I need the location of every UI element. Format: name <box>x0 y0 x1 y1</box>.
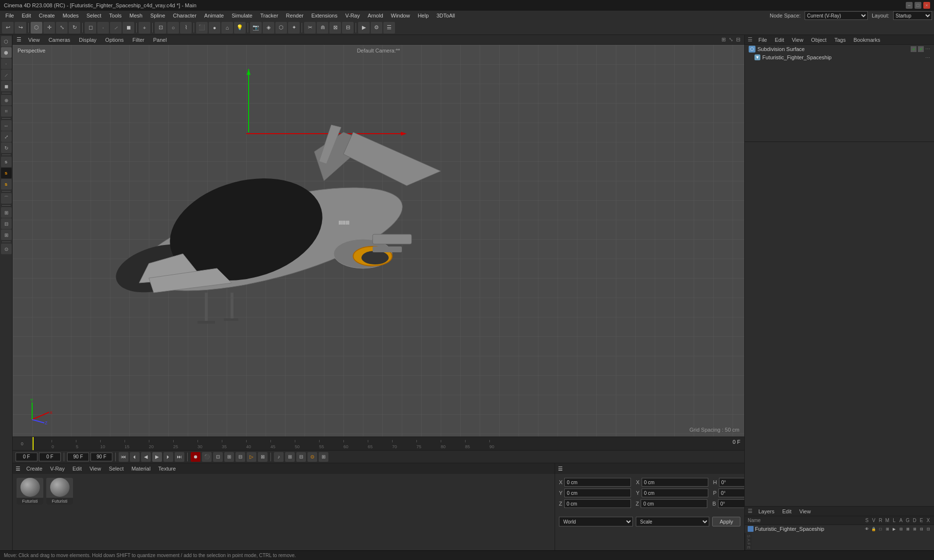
cameras-menu[interactable]: Cameras <box>47 36 72 43</box>
material-2[interactable]: Futuristi <box>46 478 73 505</box>
layer-eye[interactable]: 👁 <box>864 526 870 532</box>
layer-icon8[interactable]: ⊡ <box>925 526 931 532</box>
om-edit[interactable]: Edit <box>773 36 786 43</box>
rotate-tool[interactable]: ↻ <box>69 22 80 34</box>
effector-tool[interactable]: ✦ <box>288 22 300 34</box>
layer-icon3[interactable]: ▶ <box>891 526 897 532</box>
menu-modes[interactable]: Modes <box>59 12 82 19</box>
go-to-start[interactable]: ⏮ <box>119 452 128 462</box>
playback-mode[interactable]: ▷ <box>247 452 256 462</box>
viewport-icon-1[interactable]: ⊞ <box>721 36 726 43</box>
sphere-tool[interactable]: ● <box>209 22 220 34</box>
layers-view[interactable]: View <box>797 508 813 515</box>
om-bookmarks[interactable]: Bookmarks <box>851 36 882 43</box>
subdivide-check1[interactable]: ✓ <box>911 46 916 52</box>
object-tool[interactable]: ⬢ <box>1 47 12 58</box>
edge-mode[interactable]: ⟋ <box>110 22 122 34</box>
cb-view[interactable]: View <box>88 465 103 472</box>
end-frame-input2[interactable] <box>90 453 112 461</box>
poly-mode[interactable]: ◼ <box>123 22 134 34</box>
realtime-btn[interactable]: ⊟ <box>296 452 306 462</box>
subdivide-check2[interactable]: ✓ <box>918 46 924 52</box>
point-mode[interactable]: · <box>97 22 109 34</box>
minimize-button[interactable]: – <box>906 2 913 9</box>
ik-fk-btn[interactable]: ⊟ <box>235 452 245 462</box>
menu-select[interactable]: Select <box>83 12 105 19</box>
options-menu[interactable]: Options <box>103 36 126 43</box>
step-back[interactable]: ⏴ <box>130 452 140 462</box>
time-mode[interactable]: ⊠ <box>258 452 268 462</box>
view-menu[interactable]: View <box>26 36 42 43</box>
menu-tools[interactable]: Tools <box>106 12 125 19</box>
current-frame-input[interactable] <box>39 453 61 461</box>
object-mode[interactable]: ◻ <box>85 22 96 34</box>
layer-lock[interactable]: 🔒 <box>871 526 877 532</box>
polys-tool[interactable]: ◼ <box>1 81 12 91</box>
step-forward[interactable]: ⏵ <box>163 452 173 462</box>
panel-menu[interactable]: Panel <box>151 36 169 43</box>
preview-btn[interactable]: ⊞ <box>319 452 328 462</box>
scale-tool[interactable]: ⤡ <box>56 22 68 34</box>
scale-mode[interactable]: ⤢ <box>1 131 12 142</box>
render-settings[interactable]: ⚙ <box>371 22 382 34</box>
paint-tool[interactable]: ⊞ <box>1 229 12 240</box>
menu-help[interactable]: Help <box>414 12 432 19</box>
move-mode[interactable]: ↔ <box>1 120 12 131</box>
add-object[interactable]: + <box>139 22 150 34</box>
coord-system-select[interactable]: World <box>559 517 633 526</box>
mirror-tool[interactable]: ⊠ <box>329 22 341 34</box>
cylinder-tool[interactable]: ⌂ <box>221 22 233 34</box>
menu-edit[interactable]: Edit <box>18 12 35 19</box>
select-tool[interactable]: ⬡ <box>31 22 42 34</box>
layout-select[interactable]: Startup <box>893 11 932 20</box>
menu-vray[interactable]: V-Ray <box>342 12 363 19</box>
menu-spline[interactable]: Spline <box>147 12 169 19</box>
start-frame-input[interactable] <box>16 453 37 461</box>
camera-tool[interactable]: 📷 <box>250 22 262 34</box>
help-tool[interactable]: ⊙ <box>1 244 12 254</box>
om-view[interactable]: View <box>790 36 806 43</box>
select-rect[interactable]: ⊡ <box>155 22 166 34</box>
z-size-input[interactable] <box>641 499 707 508</box>
menu-file[interactable]: File <box>2 12 18 19</box>
brush-tool[interactable]: ⌒ <box>1 193 12 204</box>
cb-create[interactable]: Create <box>24 465 44 472</box>
viewport[interactable]: Perspective Default Camera:** <box>13 45 744 437</box>
light-tool[interactable]: 💡 <box>234 22 246 34</box>
y-pos-input[interactable] <box>564 489 631 497</box>
grid-tool[interactable]: ⊞ <box>1 207 12 218</box>
layer-icon5[interactable]: ⊠ <box>905 526 911 532</box>
layer-icon2[interactable]: ⊞ <box>884 526 890 532</box>
s-tool3[interactable]: S <box>1 179 12 190</box>
x-pos-input[interactable] <box>564 478 631 487</box>
menu-arnold[interactable]: Arnold <box>364 12 387 19</box>
cb-material[interactable]: Material <box>129 465 152 472</box>
keyframe-btn[interactable]: ⊡ <box>213 452 223 462</box>
fps-btn[interactable]: ⊞ <box>285 452 295 462</box>
menu-simulate[interactable]: Simulate <box>228 12 256 19</box>
layer-icon7[interactable]: ⊟ <box>918 526 924 532</box>
record-btn[interactable]: ⏺ <box>191 452 200 462</box>
x-size-input[interactable] <box>642 478 708 487</box>
snap-tool[interactable]: ⌗ <box>1 106 12 117</box>
undo-button[interactable]: ↩ <box>2 22 14 34</box>
object-item-subdivision[interactable]: ⬡ Subdivision Surface ✓ ✓ ⋯ <box>745 45 934 53</box>
menu-character[interactable]: Character <box>170 12 200 19</box>
deformer-tool[interactable]: ⬡ <box>275 22 287 34</box>
z-pos-input[interactable] <box>564 499 631 508</box>
om-file[interactable]: File <box>756 36 769 43</box>
menu-3dtoall[interactable]: 3DToAll <box>433 12 458 19</box>
menu-create[interactable]: Create <box>36 12 58 19</box>
material-1[interactable]: Futuristi <box>17 478 43 505</box>
close-button[interactable]: × <box>923 2 930 9</box>
auto-keyframe[interactable]: ⚫ <box>202 452 212 462</box>
menu-extensions[interactable]: Extensions <box>308 12 341 19</box>
go-to-end[interactable]: ⏭ <box>175 452 184 462</box>
sound-btn[interactable]: ♪ <box>274 452 284 462</box>
viewport-icon-2[interactable]: ⤡ <box>729 36 733 43</box>
coord-system[interactable]: ⊕ <box>1 95 12 105</box>
object-item-spaceship[interactable]: ▼ Futuristic_Fighter_Spaceship ⋯ <box>745 53 934 61</box>
cb-edit[interactable]: Edit <box>71 465 84 472</box>
layer-item-spaceship[interactable]: Futuristic_Fighter_Spaceship 👁 🔒 □ ⊞ ▶ ⊟… <box>745 525 934 533</box>
transform-mode-select[interactable]: Scale <box>636 517 710 526</box>
